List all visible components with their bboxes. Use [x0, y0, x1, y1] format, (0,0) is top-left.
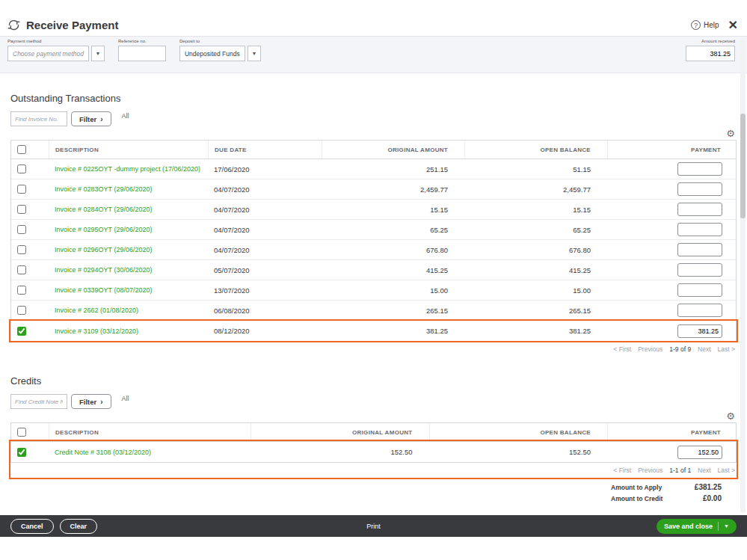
credit-note-link[interactable]: Credit Note # 3108 (03/12/2020) [55, 449, 151, 456]
outstanding-gear-row: ⚙ [10, 126, 737, 140]
payment-input[interactable] [677, 162, 722, 176]
table-row: Invoice # 0295OYT (29/06/2020) 04/07/202… [11, 220, 736, 240]
deposit-to-group: Deposit to Undeposited Funds ▼ [179, 39, 261, 73]
row-checkbox[interactable] [17, 225, 26, 234]
original-amount: 15.15 [322, 206, 464, 214]
reference-no-input[interactable] [118, 46, 166, 61]
credits-controls: Filter › All [10, 394, 737, 409]
find-invoice-input[interactable] [10, 111, 67, 126]
payment-method-dropdown-icon[interactable]: ▼ [91, 46, 105, 61]
row-checkbox[interactable] [17, 448, 26, 457]
payment-method-select[interactable]: Choose payment method [7, 46, 89, 61]
credits-filter-button[interactable]: Filter › [71, 394, 111, 409]
row-checkbox[interactable] [17, 185, 26, 194]
pagination-first[interactable]: < First [613, 345, 631, 353]
payment-input[interactable] [677, 446, 722, 459]
pagination-previous[interactable]: Previous [638, 345, 663, 353]
select-all-checkbox[interactable] [17, 145, 26, 154]
deposit-to-dropdown-icon[interactable]: ▼ [248, 46, 261, 61]
pagination-next[interactable]: Next [698, 467, 710, 474]
payment-input[interactable] [677, 182, 722, 196]
save-and-close-button[interactable]: Save and close ▼ [657, 519, 737, 534]
clear-button[interactable]: Clear [60, 519, 98, 534]
pagination-previous[interactable]: Previous [638, 467, 663, 474]
table-row: Invoice # 0296OYT (29/06/2020) 04/07/202… [11, 240, 736, 260]
invoice-link[interactable]: Invoice # 0295OYT (29/06/2020) [55, 226, 152, 233]
outstanding-controls: Filter › All [10, 111, 737, 126]
col-original-amount: ORIGINAL AMOUNT [322, 141, 464, 159]
payment-input[interactable] [677, 243, 722, 256]
filter-label: Filter [79, 398, 96, 406]
print-button[interactable]: Print [366, 523, 381, 530]
payment-method-group: Payment method Choose payment method ▼ [7, 39, 105, 73]
gear-icon[interactable]: ⚙ [726, 129, 735, 138]
pagination-next[interactable]: Next [698, 345, 710, 353]
amount-received-label: Amount received [701, 39, 735, 43]
amount-to-apply-value: £381.25 [695, 483, 722, 491]
amount-received-input[interactable] [686, 46, 735, 61]
open-balance: 381.25 [464, 327, 607, 335]
due-date: 13/07/2020 [208, 286, 322, 295]
due-date: 04/07/2020 [208, 226, 322, 234]
row-checkbox[interactable] [17, 327, 26, 336]
original-amount: 15.00 [322, 286, 464, 295]
payment-input[interactable] [677, 223, 722, 236]
payment-input[interactable] [677, 263, 722, 277]
invoice-link[interactable]: Invoice # 0284OYT (29/06/2020) [55, 206, 152, 213]
row-checkbox[interactable] [17, 286, 26, 295]
invoice-link[interactable]: Invoice # 0225OYT -dummy project (17/06/… [55, 165, 200, 173]
row-checkbox[interactable] [17, 205, 26, 214]
open-balance: 2,459.77 [464, 185, 607, 194]
outstanding-table: DESCRIPTION DUE DATE ORIGINAL AMOUNT OPE… [10, 140, 737, 342]
cancel-button[interactable]: Cancel [10, 519, 54, 534]
credits-table: DESCRIPTION ORIGINAL AMOUNT OPEN BALANCE… [10, 422, 737, 463]
scrollbar-thumb[interactable] [740, 114, 746, 218]
help-button[interactable]: ? Help [691, 20, 719, 30]
receive-payment-icon [7, 19, 20, 31]
table-row: Invoice # 0225OYT -dummy project (17/06/… [11, 159, 736, 179]
row-checkbox[interactable] [17, 306, 26, 315]
pagination-first[interactable]: < First [613, 467, 631, 474]
invoice-link[interactable]: Invoice # 0294OYT (30/06/2020) [55, 266, 152, 274]
invoice-link[interactable]: Invoice # 3109 (03/12/2020) [55, 327, 138, 335]
vertical-scrollbar[interactable] [740, 39, 746, 513]
payment-input[interactable] [677, 324, 722, 338]
col-due-date: DUE DATE [208, 141, 322, 159]
open-balance: 152.50 [429, 448, 608, 456]
outstanding-table-header: DESCRIPTION DUE DATE ORIGINAL AMOUNT OPE… [11, 141, 736, 159]
payment-input[interactable] [677, 203, 722, 216]
due-date: 17/06/2020 [208, 165, 322, 173]
invoice-link[interactable]: Invoice # 0339OYT (08/07/2020) [55, 286, 152, 294]
select-all-checkbox[interactable] [17, 428, 26, 437]
payment-input[interactable] [677, 304, 722, 317]
filter-all-label: All [122, 112, 129, 120]
row-checkbox[interactable] [17, 245, 26, 254]
due-date: 05/07/2020 [208, 266, 322, 274]
original-amount: 2,459.77 [322, 185, 464, 194]
filter-button[interactable]: Filter › [71, 111, 111, 126]
pagination-last[interactable]: Last > [718, 467, 735, 474]
outstanding-table-wrap: DESCRIPTION DUE DATE ORIGINAL AMOUNT OPE… [10, 140, 737, 342]
titlebar: Receive Payment ? Help ✕ [0, 0, 747, 36]
gear-icon[interactable]: ⚙ [726, 411, 735, 421]
table-row: Invoice # 2662 (01/08/2020) 06/08/2020 2… [11, 301, 736, 321]
pagination-last[interactable]: Last > [718, 345, 735, 353]
open-balance: 265.15 [464, 307, 607, 315]
table-row: Invoice # 0294OYT (30/06/2020) 05/07/202… [11, 260, 736, 280]
col-description: DESCRIPTION [49, 141, 208, 159]
col-original-amount: ORIGINAL AMOUNT [250, 423, 429, 441]
invoice-link[interactable]: Invoice # 2662 (01/08/2020) [55, 307, 138, 314]
amount-received-group: Amount received [686, 39, 738, 73]
payment-input[interactable] [677, 283, 722, 297]
close-icon[interactable]: ✕ [728, 19, 738, 31]
invoice-link[interactable]: Invoice # 0283OYT (29/06/2020) [55, 185, 152, 193]
row-checkbox[interactable] [17, 164, 26, 173]
col-payment: PAYMENT [607, 141, 736, 159]
receive-payment-window: Receive Payment ? Help ✕ Payment method … [0, 0, 747, 560]
original-amount: 265.15 [322, 307, 464, 315]
invoice-link[interactable]: Invoice # 0296OYT (29/06/2020) [55, 246, 152, 253]
find-credit-note-input[interactable] [10, 394, 67, 409]
deposit-to-select[interactable]: Undeposited Funds [179, 46, 245, 61]
credits-pagination: < First Previous 1-1 of 1 Next Last > [10, 467, 737, 474]
row-checkbox[interactable] [17, 265, 26, 274]
